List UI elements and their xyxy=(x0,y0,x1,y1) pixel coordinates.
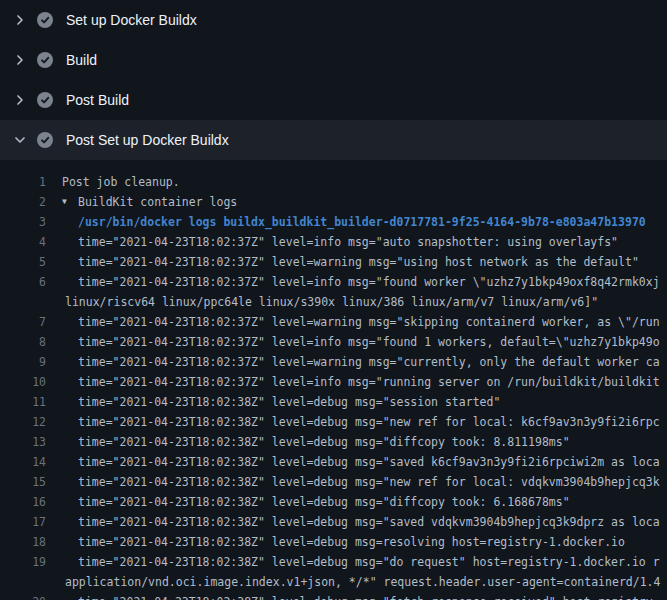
line-number[interactable] xyxy=(0,572,46,592)
line-text: time="2021-04-23T18:02:37Z" level=warnin… xyxy=(78,252,639,272)
line-text: time="2021-04-23T18:02:38Z" level=debug … xyxy=(78,552,660,572)
line-text: time="2021-04-23T18:02:38Z" level=debug … xyxy=(78,432,570,452)
chevron-right-icon xyxy=(12,52,28,68)
line-text: time="2021-04-23T18:02:37Z" level=warnin… xyxy=(78,312,660,332)
check-circle-icon xyxy=(37,132,53,148)
log-line: 11 time="2021-04-23T18:02:38Z" level=deb… xyxy=(0,392,667,412)
line-text: time="2021-04-23T18:02:38Z" level=debug … xyxy=(78,472,660,492)
log-line: 9 time="2021-04-23T18:02:37Z" level=warn… xyxy=(0,352,667,372)
line-text: time="2021-04-23T18:02:38Z" level=debug … xyxy=(78,452,660,472)
line-number[interactable]: 13 xyxy=(0,432,46,452)
line-number[interactable]: 6 xyxy=(0,272,46,292)
line-text: time="2021-04-23T18:02:38Z" level=debug … xyxy=(78,412,660,432)
log-line: 10 time="2021-04-23T18:02:37Z" level=inf… xyxy=(0,372,667,392)
line-number[interactable]: 10 xyxy=(0,372,46,392)
line-text: time="2021-04-23T18:02:37Z" level=warnin… xyxy=(78,352,660,372)
log-line: 16 time="2021-04-23T18:02:38Z" level=deb… xyxy=(0,492,667,512)
step-label: Build xyxy=(66,52,97,68)
log-line: 1 Post job cleanup. xyxy=(0,172,667,192)
step-row[interactable]: Post Build xyxy=(0,80,667,120)
line-text: linux/riscv64 linux/ppc64le linux/s390x … xyxy=(65,292,598,312)
step-label: Post Set up Docker Buildx xyxy=(66,132,229,148)
step-row[interactable]: Build xyxy=(0,40,667,80)
line-number[interactable]: 3 xyxy=(0,212,46,232)
log-line: 13 time="2021-04-23T18:02:38Z" level=deb… xyxy=(0,432,667,452)
log-line: 7 time="2021-04-23T18:02:37Z" level=warn… xyxy=(0,312,667,332)
line-text: time="2021-04-23T18:02:38Z" level=debug … xyxy=(78,392,500,412)
log-line: 20 time="2021-04-23T18:02:38Z" level=deb… xyxy=(0,592,667,600)
log-line: 2 ▼ BuildKit container logs xyxy=(0,192,667,212)
log-line: 12 time="2021-04-23T18:02:38Z" level=deb… xyxy=(0,412,667,432)
log-line: application/vnd.oci.image.index.v1+json,… xyxy=(0,572,667,592)
log-line: 8 time="2021-04-23T18:02:37Z" level=info… xyxy=(0,332,667,352)
log-line: 14 time="2021-04-23T18:02:38Z" level=deb… xyxy=(0,452,667,472)
log-line: 17 time="2021-04-23T18:02:38Z" level=deb… xyxy=(0,512,667,532)
chevron-down-icon xyxy=(12,132,28,148)
line-number[interactable]: 17 xyxy=(0,512,46,532)
line-number[interactable]: 1 xyxy=(0,172,46,192)
log-line: 18 time="2021-04-23T18:02:38Z" level=deb… xyxy=(0,532,667,552)
line-number[interactable]: 16 xyxy=(0,492,46,512)
line-number[interactable]: 9 xyxy=(0,352,46,372)
log-pane: 1 Post job cleanup. 2 ▼ BuildKit contain… xyxy=(0,160,667,600)
line-text: time="2021-04-23T18:02:37Z" level=info m… xyxy=(78,232,618,252)
line-text: time="2021-04-23T18:02:38Z" level=debug … xyxy=(78,532,625,552)
line-text: time="2021-04-23T18:02:37Z" level=info m… xyxy=(78,272,660,292)
check-circle-icon xyxy=(37,12,53,28)
log-line: linux/riscv64 linux/ppc64le linux/s390x … xyxy=(0,292,667,312)
step-list: Set up Docker Buildx Build Post xyxy=(0,0,667,160)
line-number[interactable]: 20 xyxy=(0,592,46,600)
line-text: time="2021-04-23T18:02:37Z" level=info m… xyxy=(78,332,660,352)
check-circle-icon xyxy=(37,92,53,108)
line-number[interactable] xyxy=(0,292,46,312)
log-line: 19 time="2021-04-23T18:02:38Z" level=deb… xyxy=(0,552,667,572)
log-line: 3 /usr/bin/docker logs buildx_buildkit_b… xyxy=(0,212,667,232)
line-number[interactable]: 7 xyxy=(0,312,46,332)
line-number[interactable]: 12 xyxy=(0,412,46,432)
line-number[interactable]: 11 xyxy=(0,392,46,412)
log-line: 6 time="2021-04-23T18:02:37Z" level=info… xyxy=(0,272,667,292)
line-text: time="2021-04-23T18:02:37Z" level=info m… xyxy=(78,372,660,392)
line-text: BuildKit container logs xyxy=(78,192,237,212)
line-text: time="2021-04-23T18:02:38Z" level=debug … xyxy=(78,512,660,532)
chevron-right-icon xyxy=(12,12,28,28)
line-text: time="2021-04-23T18:02:38Z" level=debug … xyxy=(78,492,570,512)
check-circle-icon xyxy=(37,52,53,68)
step-label: Post Build xyxy=(66,92,129,108)
line-text: time="2021-04-23T18:02:38Z" level=debug … xyxy=(78,592,660,600)
line-number[interactable]: 8 xyxy=(0,332,46,352)
step-row[interactable]: Post Set up Docker Buildx xyxy=(0,120,667,160)
line-number[interactable]: 15 xyxy=(0,472,46,492)
line-text: application/vnd.oci.image.index.v1+json,… xyxy=(65,572,660,592)
group-caret-icon[interactable]: ▼ xyxy=(62,192,75,212)
line-number[interactable]: 2 xyxy=(0,192,46,212)
step-row[interactable]: Set up Docker Buildx xyxy=(0,0,667,40)
log-line: 5 time="2021-04-23T18:02:37Z" level=warn… xyxy=(0,252,667,272)
line-number[interactable]: 14 xyxy=(0,452,46,472)
line-number[interactable]: 5 xyxy=(0,252,46,272)
log-line: 15 time="2021-04-23T18:02:38Z" level=deb… xyxy=(0,472,667,492)
line-number[interactable]: 4 xyxy=(0,232,46,252)
line-number[interactable]: 19 xyxy=(0,552,46,572)
step-label: Set up Docker Buildx xyxy=(66,12,197,28)
chevron-right-icon xyxy=(12,92,28,108)
line-text: /usr/bin/docker logs buildx_buildkit_bui… xyxy=(78,212,646,232)
line-text: Post job cleanup. xyxy=(62,172,180,192)
log-line: 4 time="2021-04-23T18:02:37Z" level=info… xyxy=(0,232,667,252)
line-number[interactable]: 18 xyxy=(0,532,46,552)
